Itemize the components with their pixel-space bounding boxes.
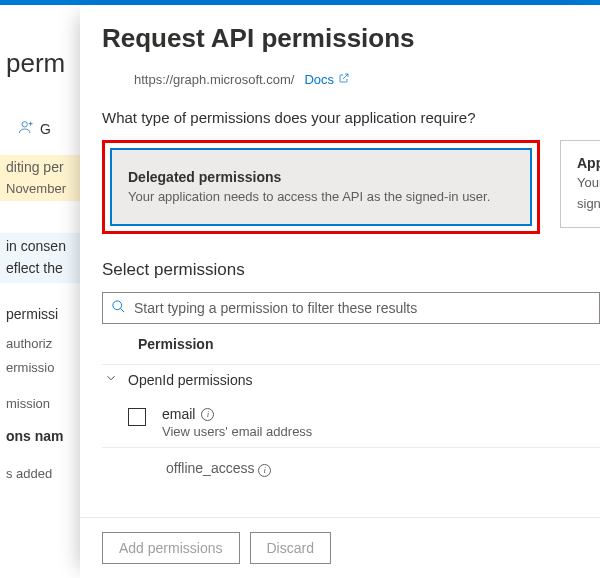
api-header-row: https://graph.microsoft.com/ Docs bbox=[102, 72, 600, 87]
delegated-card-desc: Your application needs to access the API… bbox=[128, 189, 514, 206]
bg-permissi-head: permissi bbox=[0, 283, 80, 329]
bg-grant-label: G bbox=[40, 120, 51, 140]
background-page: perm G diting per November in consen efl… bbox=[0, 5, 80, 578]
application-card-title: Application bbox=[577, 155, 600, 171]
permission-name-offline: offline_access i bbox=[166, 460, 271, 477]
panel-title: Request API permissions bbox=[102, 23, 600, 54]
info-icon[interactable]: i bbox=[201, 408, 214, 421]
openid-permissions-group[interactable]: OpenId permissions bbox=[102, 364, 600, 398]
bg-info-band: in consen eflect the bbox=[0, 233, 80, 283]
chevron-down-icon bbox=[104, 371, 118, 388]
external-link-icon bbox=[338, 72, 350, 87]
panel-footer: Add permissions Discard bbox=[80, 517, 600, 578]
annotation-highlight: Delegated permissions Your application n… bbox=[102, 140, 540, 234]
delegated-permissions-card[interactable]: Delegated permissions Your application n… bbox=[111, 149, 531, 225]
bg-warning-band: diting per November bbox=[0, 155, 80, 201]
permission-search-input[interactable] bbox=[134, 300, 591, 316]
application-permissions-card[interactable]: Application Your applica signed-in us bbox=[560, 140, 600, 228]
permission-row-email[interactable]: email i View users' email address bbox=[102, 398, 600, 447]
docs-link[interactable]: Docs bbox=[304, 72, 350, 87]
application-card-desc1: Your applica bbox=[577, 175, 600, 192]
application-card-desc2: signed-in us bbox=[577, 196, 600, 213]
request-api-permissions-panel: Request API permissions https://graph.mi… bbox=[80, 5, 600, 578]
api-url: https://graph.microsoft.com/ bbox=[134, 72, 294, 87]
permission-name-email: email i bbox=[162, 406, 312, 422]
discard-button[interactable]: Discard bbox=[250, 532, 331, 564]
graph-api-icon bbox=[102, 73, 124, 87]
delegated-card-title: Delegated permissions bbox=[128, 169, 514, 185]
search-icon bbox=[111, 299, 126, 317]
email-checkbox[interactable] bbox=[128, 408, 146, 426]
permission-type-question: What type of permissions does your appli… bbox=[102, 109, 600, 126]
permission-desc-email: View users' email address bbox=[162, 424, 312, 439]
permission-column-header: Permission bbox=[102, 324, 600, 364]
bg-title: perm bbox=[0, 45, 80, 81]
add-permissions-button[interactable]: Add permissions bbox=[102, 532, 240, 564]
select-permissions-heading: Select permissions bbox=[102, 260, 600, 280]
bg-grant-row: G bbox=[0, 111, 80, 149]
info-icon[interactable]: i bbox=[258, 464, 271, 477]
permission-row-offline-access[interactable]: offline_access i bbox=[102, 447, 600, 485]
svg-point-1 bbox=[113, 301, 122, 310]
person-add-icon bbox=[18, 119, 34, 141]
permission-search-box[interactable] bbox=[102, 292, 600, 324]
svg-point-0 bbox=[22, 122, 27, 127]
